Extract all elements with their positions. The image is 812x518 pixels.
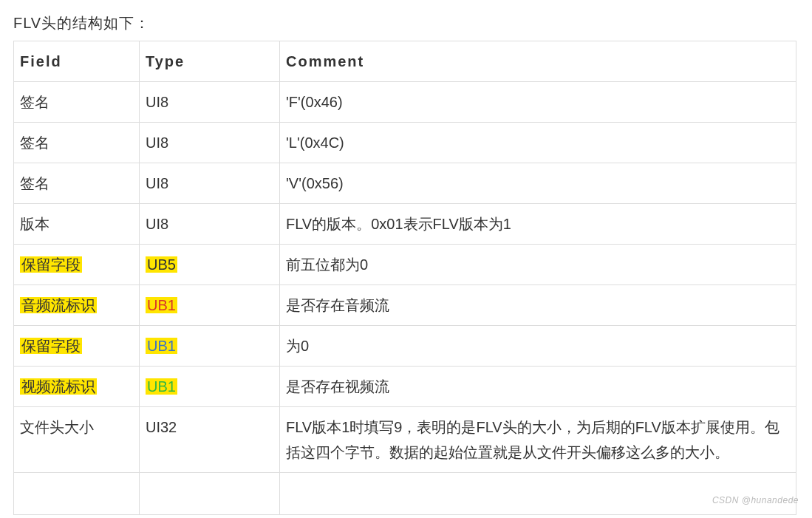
cell-field: 音频流标识 xyxy=(14,285,140,326)
cell-comment: 前五位都为0 xyxy=(280,245,796,285)
table-row: 保留字段UB5前五位都为0 xyxy=(14,245,796,285)
cell-field xyxy=(14,473,140,515)
highlight: 保留字段 xyxy=(20,338,82,354)
highlight: 音频流标识 xyxy=(20,297,97,313)
table-row: 文件头大小UI32FLV版本1时填写9，表明的是FLV头的大小，为后期的FLV版… xyxy=(14,407,796,473)
table-row: 保留字段UB1为0 xyxy=(14,326,796,367)
cell-comment: 是否存在音频流 xyxy=(280,285,796,326)
cell-type: UB1 xyxy=(140,326,280,367)
cell-type xyxy=(140,473,280,515)
col-comment: Comment xyxy=(280,41,796,82)
cell-type: UB1 xyxy=(140,285,280,326)
cell-comment: 'V'(0x56) xyxy=(280,163,796,204)
table-row: 视频流标识UB1是否存在视频流 xyxy=(14,367,796,407)
cell-field: 签名 xyxy=(14,123,140,163)
col-field: Field xyxy=(14,41,140,82)
cell-field: 签名 xyxy=(14,163,140,204)
flv-header-table: Field Type Comment 签名UI8'F'(0x46)签名UI8'L… xyxy=(13,41,796,515)
col-type: Type xyxy=(140,41,280,82)
page-title: FLV头的结构如下： xyxy=(13,13,799,33)
cell-type: UI8 xyxy=(140,204,280,245)
cell-comment: FLV的版本。0x01表示FLV版本为1 xyxy=(280,204,796,245)
cell-type: UB5 xyxy=(140,245,280,285)
highlight: UB1 xyxy=(146,297,177,313)
cell-field: 保留字段 xyxy=(14,245,140,285)
cell-field: 视频流标识 xyxy=(14,367,140,407)
cell-comment: 'F'(0x46) xyxy=(280,82,796,123)
cell-type: UI8 xyxy=(140,82,280,123)
cell-comment: 是否存在视频流 xyxy=(280,367,796,407)
highlight: UB1 xyxy=(146,378,177,395)
cell-type: UB1 xyxy=(140,367,280,407)
cell-comment: 为0 xyxy=(280,326,796,367)
table-row: 音频流标识UB1是否存在音频流 xyxy=(14,285,796,326)
cell-comment xyxy=(280,473,796,515)
highlight: 保留字段 xyxy=(20,256,82,273)
cell-type: UI8 xyxy=(140,163,280,204)
highlight: 视频流标识 xyxy=(20,378,97,395)
table-row: 版本UI8FLV的版本。0x01表示FLV版本为1 xyxy=(14,204,796,245)
table-row-empty xyxy=(14,473,796,515)
cell-comment: FLV版本1时填写9，表明的是FLV头的大小，为后期的FLV版本扩展使用。包括这… xyxy=(280,407,796,473)
highlight: UB5 xyxy=(146,256,177,273)
watermark: CSDN @hunandede xyxy=(712,495,799,505)
cell-field: 文件头大小 xyxy=(14,407,140,473)
cell-comment: 'L'(0x4C) xyxy=(280,123,796,163)
cell-field: 版本 xyxy=(14,204,140,245)
cell-type: UI32 xyxy=(140,407,280,473)
table-row: 签名UI8'V'(0x56) xyxy=(14,163,796,204)
cell-type: UI8 xyxy=(140,123,280,163)
table-row: 签名UI8'F'(0x46) xyxy=(14,82,796,123)
highlight: UB1 xyxy=(146,338,177,354)
cell-field: 签名 xyxy=(14,82,140,123)
table-row: 签名UI8'L'(0x4C) xyxy=(14,123,796,163)
table-header-row: Field Type Comment xyxy=(14,41,796,82)
cell-field: 保留字段 xyxy=(14,326,140,367)
